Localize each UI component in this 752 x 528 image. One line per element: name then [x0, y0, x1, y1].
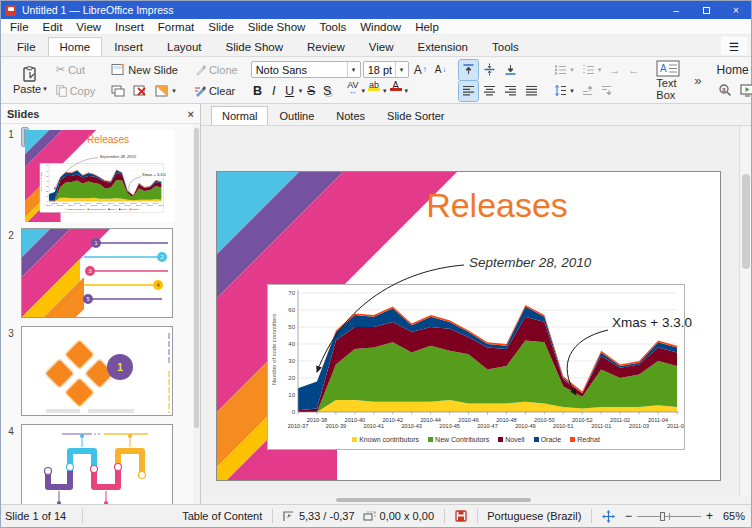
- strikethrough-button[interactable]: S: [304, 84, 318, 98]
- maximize-button[interactable]: [691, 1, 721, 19]
- menu-slide-show[interactable]: Slide Show: [241, 21, 313, 33]
- fit-slide-button[interactable]: [598, 510, 619, 523]
- workspace[interactable]: Releases 0102030405060702010-372010-3820…: [201, 126, 739, 496]
- cut-button[interactable]: ✂ Cut: [53, 60, 88, 80]
- slide2-preview: 1 2 3 4 5: [22, 229, 173, 318]
- context-selector-dropdown[interactable]: Home ▾: [714, 60, 752, 80]
- duplicate-slide-button[interactable]: [108, 81, 128, 101]
- zoom-slider-thumb[interactable]: [660, 512, 665, 521]
- character-spacing-button[interactable]: AV ↔: [346, 81, 359, 101]
- slide3-preview: 1: [22, 327, 173, 416]
- tab-slide-show[interactable]: Slide Show: [214, 37, 296, 56]
- chevron-down-icon: ▾: [570, 66, 574, 73]
- shadow-button[interactable]: S: [320, 84, 334, 98]
- slide-title[interactable]: Releases: [367, 186, 627, 225]
- paste-button[interactable]: Paste▾: [9, 59, 51, 101]
- grow-font-button[interactable]: A↑: [411, 60, 430, 80]
- align-left-button[interactable]: [459, 81, 478, 101]
- chevron-down-icon[interactable]: ▾: [383, 87, 387, 94]
- menu-view[interactable]: View: [69, 21, 108, 33]
- tab-review[interactable]: Review: [295, 37, 357, 56]
- toolbar-overflow-button[interactable]: »: [690, 59, 705, 101]
- menu-edit[interactable]: Edit: [36, 21, 70, 33]
- unsaved-changes-icon[interactable]: [451, 510, 471, 522]
- view-tab-notes[interactable]: Notes: [325, 106, 376, 125]
- slides-panel-close-icon[interactable]: ×: [188, 108, 194, 120]
- justify-button[interactable]: [522, 81, 541, 101]
- menu-window[interactable]: Window: [353, 21, 408, 33]
- panel-scrollbar[interactable]: [193, 124, 200, 504]
- line-spacing-button[interactable]: ▾: [551, 81, 577, 101]
- slide-decoration: [25, 130, 26, 145]
- move-up-button[interactable]: [579, 81, 596, 101]
- align-bottom-button[interactable]: [501, 60, 520, 80]
- slide-thumbnail-4[interactable]: 4: [1, 424, 173, 504]
- menu-insert[interactable]: Insert: [108, 21, 151, 33]
- align-right-button[interactable]: [501, 81, 520, 101]
- promote-button[interactable]: ←: [625, 60, 642, 80]
- chevron-down-icon[interactable]: ▾: [405, 87, 409, 94]
- horizontal-scrollbar[interactable]: [201, 496, 751, 504]
- tab-insert[interactable]: Insert: [102, 37, 155, 56]
- font-color-button[interactable]: A: [389, 81, 403, 101]
- menu-file[interactable]: File: [3, 21, 36, 33]
- delete-slide-button[interactable]: [130, 81, 150, 101]
- menu-format[interactable]: Format: [151, 21, 201, 33]
- slide-number: 2: [1, 228, 21, 318]
- close-button[interactable]: ×: [721, 1, 751, 19]
- shrink-font-button[interactable]: A↓: [432, 60, 450, 80]
- unordered-list-button[interactable]: ▾: [551, 60, 577, 80]
- find-replace-button[interactable]: a: [715, 81, 735, 101]
- tab-view[interactable]: View: [357, 37, 406, 56]
- menu-help[interactable]: Help: [408, 21, 446, 33]
- ordered-list-button[interactable]: ▾: [579, 60, 605, 80]
- font-size-combobox[interactable]: 18 pt ▾: [363, 61, 409, 78]
- tab-extension[interactable]: Extension: [406, 37, 481, 56]
- menu-slide[interactable]: Slide: [201, 21, 241, 33]
- bold-button[interactable]: B: [251, 84, 265, 98]
- copy-button[interactable]: Copy: [53, 81, 99, 101]
- center-vertically-button[interactable]: [480, 60, 499, 80]
- align-top-button[interactable]: [459, 60, 478, 80]
- minimize-button[interactable]: –: [661, 1, 691, 19]
- align-center-button[interactable]: [480, 81, 499, 101]
- vertical-scrollbar[interactable]: [739, 126, 751, 496]
- tab-tools[interactable]: Tools: [480, 37, 531, 56]
- zoom-out-icon[interactable]: −: [625, 509, 632, 523]
- font-size-value: 18 pt: [368, 64, 392, 76]
- chevron-down-icon[interactable]: ▾: [299, 87, 303, 94]
- slide-thumbnail-3[interactable]: 3 1: [1, 326, 173, 416]
- view-tab-slide-sorter[interactable]: Slide Sorter: [376, 106, 455, 125]
- clone-formatting-button[interactable]: Clone: [191, 60, 241, 80]
- menubar-toggle-icon[interactable]: ☰: [721, 37, 747, 55]
- language-status[interactable]: Portuguese (Brazil): [483, 510, 585, 522]
- svg-text:2010-47: 2010-47: [477, 423, 498, 429]
- move-down-button[interactable]: [598, 81, 615, 101]
- start-slideshow-button[interactable]: [737, 81, 752, 101]
- tab-file[interactable]: File: [5, 37, 48, 56]
- chevron-down-icon[interactable]: ▾: [361, 87, 365, 94]
- demote-button[interactable]: →: [606, 60, 623, 80]
- view-tab-normal[interactable]: Normal: [211, 106, 268, 125]
- zoom-in-icon[interactable]: +: [706, 509, 713, 523]
- chart-frame[interactable]: 0102030405060702010-372010-382010-392010…: [267, 284, 685, 450]
- slide-thumbnail-2[interactable]: 2: [1, 228, 173, 318]
- underline-button[interactable]: U: [283, 84, 297, 98]
- text-box-button[interactable]: A Text Box: [652, 59, 684, 101]
- zoom-slider[interactable]: − +: [625, 509, 713, 523]
- italic-button[interactable]: I: [267, 84, 281, 98]
- slide-layout-button[interactable]: ▾: [152, 81, 179, 101]
- clear-formatting-button[interactable]: Clear: [191, 81, 238, 101]
- menu-tools[interactable]: Tools: [312, 21, 353, 33]
- view-tab-outline[interactable]: Outline: [268, 106, 325, 125]
- slide-canvas[interactable]: Releases 0102030405060702010-372010-3820…: [25, 130, 26, 145]
- tab-layout[interactable]: Layout: [155, 37, 214, 56]
- highlight-color-button[interactable]: ab: [367, 81, 381, 101]
- zoom-level-status[interactable]: 65%: [719, 510, 749, 522]
- slide-thumbnail-1[interactable]: 1 Releases 0102030405060702010-3: [1, 127, 29, 147]
- slide-canvas[interactable]: Releases 0102030405060702010-372010-3820…: [216, 171, 721, 481]
- size-icon: [363, 511, 376, 522]
- new-slide-button[interactable]: New Slide: [108, 60, 181, 80]
- font-name-combobox[interactable]: Noto Sans ▾: [251, 61, 361, 78]
- tab-home[interactable]: Home: [48, 37, 103, 56]
